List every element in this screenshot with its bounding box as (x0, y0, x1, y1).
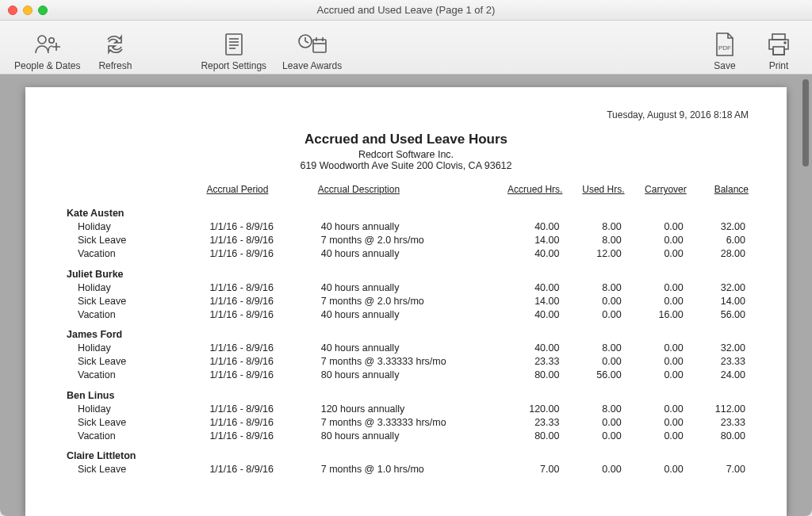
toolbar: People & Dates Refresh (0, 21, 812, 75)
leave-category: Vacation (63, 308, 206, 321)
used-hours: 0.00 (562, 463, 624, 476)
window-controls (8, 6, 48, 15)
accrual-description: 40 hours annually (318, 308, 501, 321)
save-button[interactable]: PDF Save (701, 24, 749, 71)
svg-rect-16 (773, 47, 784, 55)
col-header-used: Used Hrs. (562, 184, 624, 200)
employee-name-row: Juliet Burke (63, 261, 749, 281)
col-header-desc: Accrual Description (318, 184, 501, 200)
accrued-hours: 40.00 (500, 281, 562, 294)
balance: 80.00 (687, 429, 749, 442)
accrued-hours: 40.00 (500, 308, 562, 321)
svg-point-0 (38, 36, 46, 44)
leave-category: Sick Leave (63, 234, 206, 247)
accrual-description: 120 hours annually (318, 402, 501, 415)
vertical-scrollbar[interactable] (802, 79, 809, 166)
used-hours: 0.00 (562, 355, 624, 369)
refresh-icon (102, 30, 128, 59)
balance: 14.00 (687, 294, 749, 308)
accrual-description: 40 hours annually (318, 281, 501, 294)
zoom-button[interactable] (38, 6, 48, 15)
accrual-description: 7 months @ 3.33333 hrs/mo (318, 415, 501, 429)
svg-rect-15 (772, 34, 785, 40)
used-hours: 12.00 (562, 247, 624, 261)
accrued-hours: 80.00 (500, 429, 562, 442)
employee-name-row: James Ford (63, 321, 749, 342)
carryover: 16.00 (625, 308, 687, 321)
employee-name-row: Ben Linus (63, 382, 749, 403)
used-hours: 0.00 (562, 308, 624, 321)
window-title: Accrued and Used Leave (Page 1 of 2) (0, 4, 812, 16)
accrued-hours: 14.00 (500, 234, 562, 247)
leave-category: Sick Leave (63, 294, 206, 308)
col-header-accrued: Accrued Hrs. (500, 184, 562, 200)
svg-point-1 (48, 37, 53, 42)
accrual-description: 7 months @ 2.0 hrs/mo (318, 234, 501, 247)
table-row: Sick Leave1/1/16 - 8/9/167 months @ 2.0 … (63, 294, 749, 308)
people-dates-button[interactable]: People & Dates (10, 24, 85, 71)
leave-awards-button[interactable]: Leave Awards (278, 24, 347, 71)
svg-rect-2 (226, 34, 242, 55)
leave-category: Sick Leave (63, 463, 206, 476)
carryover: 0.00 (625, 220, 687, 234)
carryover: 0.00 (625, 415, 687, 429)
used-hours: 8.00 (562, 234, 624, 247)
carryover: 0.00 (625, 429, 687, 442)
accrual-description: 7 months @ 1.0 hrs/mo (318, 463, 501, 476)
accrued-hours: 23.33 (500, 355, 562, 369)
balance: 6.00 (687, 234, 749, 247)
pdf-file-icon: PDF (713, 30, 737, 59)
employee-name: James Ford (63, 321, 749, 342)
balance: 24.00 (687, 369, 749, 382)
leave-category: Sick Leave (63, 355, 206, 369)
app-window: Accrued and Used Leave (Page 1 of 2) Peo… (0, 0, 812, 516)
col-header-carryover: Carryover (625, 184, 687, 200)
accrual-description: 40 hours annually (318, 342, 501, 355)
report-settings-icon (220, 30, 247, 59)
minimize-button[interactable] (23, 6, 33, 15)
accrual-description: 80 hours annually (318, 429, 501, 442)
balance: 28.00 (687, 247, 749, 261)
table-row: Vacation1/1/16 - 8/9/1680 hours annually… (63, 429, 749, 442)
used-hours: 8.00 (562, 402, 624, 415)
used-hours: 8.00 (562, 281, 624, 294)
employee-name: Claire Littleton (63, 442, 749, 463)
table-row: Holiday1/1/16 - 8/9/1640 hours annually4… (63, 342, 749, 355)
accrual-description: 7 months @ 3.33333 hrs/mo (318, 355, 501, 369)
carryover: 0.00 (625, 247, 687, 261)
used-hours: 56.00 (562, 369, 624, 382)
table-row: Vacation1/1/16 - 8/9/1640 hours annually… (63, 247, 749, 261)
toolbar-label: Report Settings (201, 60, 266, 71)
accrual-period: 1/1/16 - 8/9/16 (206, 429, 317, 442)
carryover: 0.00 (625, 463, 687, 476)
table-row: Holiday1/1/16 - 8/9/1640 hours annually4… (63, 281, 749, 294)
report-viewport[interactable]: Tuesday, August 9, 2016 8:18 AM Accrued … (0, 75, 812, 516)
accrual-description: 40 hours annually (318, 247, 501, 261)
col-header-balance: Balance (687, 184, 749, 200)
accrual-period: 1/1/16 - 8/9/16 (206, 355, 317, 369)
leave-category: Holiday (63, 281, 206, 294)
table-row: Sick Leave1/1/16 - 8/9/167 months @ 3.33… (63, 355, 749, 369)
report-settings-button[interactable]: Report Settings (196, 24, 271, 71)
accrued-hours: 14.00 (500, 294, 562, 308)
printer-icon (765, 30, 792, 59)
leave-table: Accrual Period Accrual Description Accru… (63, 184, 749, 476)
accrued-hours: 80.00 (500, 369, 562, 382)
carryover: 0.00 (625, 342, 687, 355)
close-button[interactable] (8, 6, 17, 15)
toolbar-label: Refresh (98, 60, 132, 71)
toolbar-label: People & Dates (14, 60, 80, 71)
company-address: 619 Woodworth Ave Suite 200 Clovis, CA 9… (63, 160, 749, 171)
accrual-period: 1/1/16 - 8/9/16 (206, 294, 317, 308)
print-button[interactable]: Print (755, 24, 802, 71)
carryover: 0.00 (625, 355, 687, 369)
toolbar-label: Leave Awards (282, 60, 342, 71)
accrual-period: 1/1/16 - 8/9/16 (206, 281, 317, 294)
balance: 32.00 (687, 281, 749, 294)
balance: 23.33 (687, 415, 749, 429)
accrued-hours: 7.00 (500, 463, 562, 476)
refresh-button[interactable]: Refresh (91, 24, 139, 71)
toolbar-label: Save (714, 60, 735, 71)
accrual-period: 1/1/16 - 8/9/16 (206, 220, 317, 234)
accrual-period: 1/1/16 - 8/9/16 (206, 402, 317, 415)
